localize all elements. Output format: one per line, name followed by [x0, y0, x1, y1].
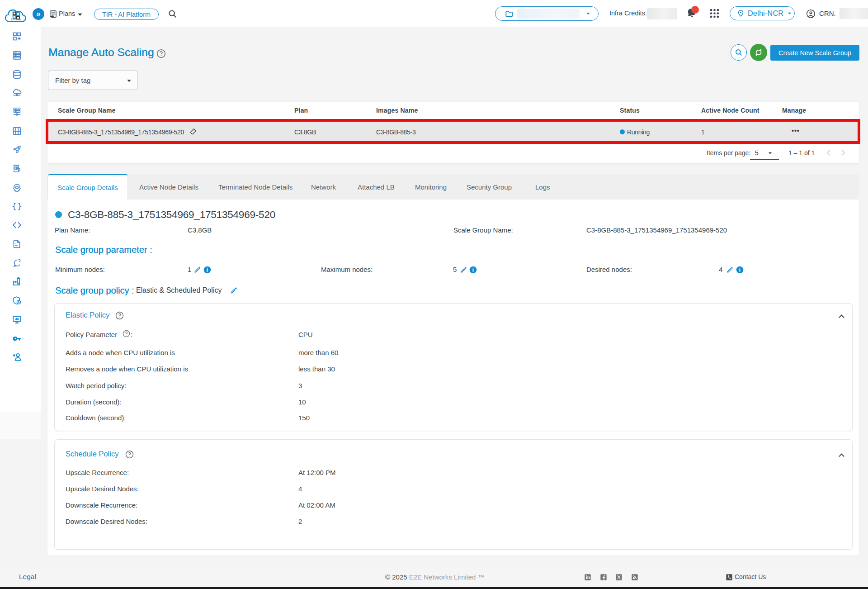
- svg-text:E2E Cloud: E2E Cloud: [11, 19, 21, 21]
